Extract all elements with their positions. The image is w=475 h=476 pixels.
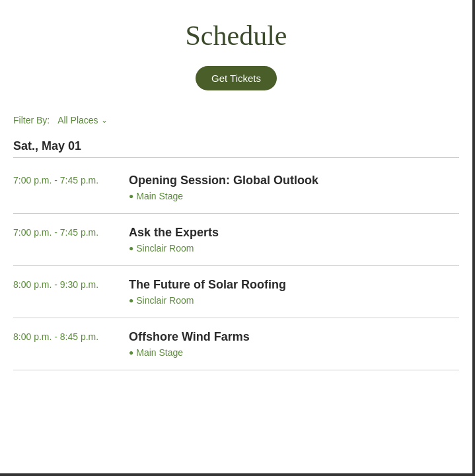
- event-title: The Future of Solar Roofing: [129, 278, 459, 292]
- event-time: 8:00 p.m. - 8:45 p.m.: [13, 330, 116, 342]
- event-location-name: Sinclair Room: [136, 243, 194, 254]
- event-row[interactable]: 7:00 p.m. - 7:45 p.m. Opening Session: G…: [13, 162, 459, 214]
- event-row[interactable]: 8:00 p.m. - 9:30 p.m. The Future of Sola…: [13, 266, 459, 318]
- filter-dropdown[interactable]: Filter By: All Places ⌄: [13, 115, 108, 125]
- event-location-name: Sinclair Room: [136, 295, 194, 306]
- chevron-down-icon: ⌄: [101, 116, 108, 125]
- event-row[interactable]: 8:00 p.m. - 8:45 p.m. Offshore Wind Farm…: [13, 318, 459, 370]
- event-details: Opening Session: Global Outlook ● Main S…: [129, 174, 459, 201]
- date-heading: Sat., May 01: [13, 139, 459, 153]
- event-location-name: Main Stage: [136, 347, 183, 358]
- get-tickets-button[interactable]: Get Tickets: [196, 66, 277, 90]
- event-time: 7:00 p.m. - 7:45 p.m.: [13, 174, 116, 186]
- page-wrapper: Schedule Get Tickets Filter By: All Plac…: [0, 0, 475, 476]
- event-row[interactable]: 7:00 p.m. - 7:45 p.m. Ask the Experts ● …: [13, 214, 459, 266]
- page-title: Schedule: [13, 20, 459, 51]
- event-location: ● Sinclair Room: [129, 243, 459, 254]
- location-icon: ●: [129, 296, 133, 305]
- header-section: Schedule Get Tickets: [13, 0, 459, 104]
- event-details: Offshore Wind Farms ● Main Stage: [129, 330, 459, 358]
- date-section: Sat., May 01: [13, 131, 459, 162]
- date-divider: [13, 157, 459, 158]
- event-location-name: Main Stage: [136, 191, 183, 201]
- location-icon: ●: [129, 191, 133, 201]
- event-location: ● Main Stage: [129, 347, 459, 358]
- location-icon: ●: [129, 348, 133, 357]
- filter-by-label: Filter By:: [13, 115, 50, 125]
- event-title: Ask the Experts: [129, 226, 459, 240]
- event-time: 8:00 p.m. - 9:30 p.m.: [13, 278, 116, 290]
- event-details: Ask the Experts ● Sinclair Room: [129, 226, 459, 254]
- event-title: Opening Session: Global Outlook: [129, 174, 459, 187]
- event-location: ● Main Stage: [129, 191, 459, 201]
- event-title: Offshore Wind Farms: [129, 330, 459, 344]
- location-icon: ●: [129, 244, 133, 253]
- events-container: 7:00 p.m. - 7:45 p.m. Opening Session: G…: [13, 162, 459, 370]
- event-details: The Future of Solar Roofing ● Sinclair R…: [129, 278, 459, 306]
- event-time: 7:00 p.m. - 7:45 p.m.: [13, 226, 116, 238]
- filter-value: All Places: [57, 115, 98, 125]
- filter-section: Filter By: All Places ⌄: [13, 104, 459, 131]
- event-location: ● Sinclair Room: [129, 295, 459, 306]
